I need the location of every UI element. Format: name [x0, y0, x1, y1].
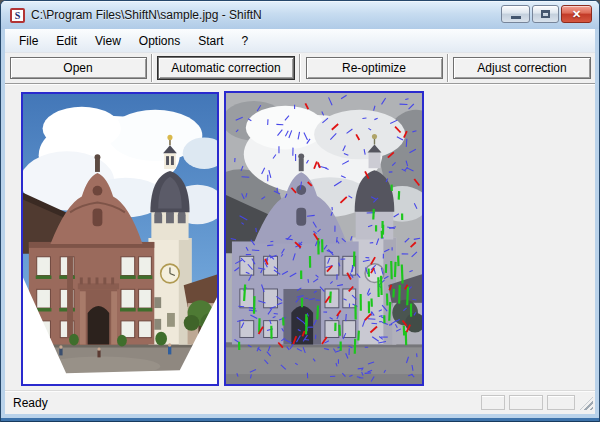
resize-grip-icon[interactable] — [580, 397, 593, 410]
re-optimize-button[interactable]: Re-optimize — [306, 57, 443, 79]
toolbar-cell: Open — [5, 53, 151, 83]
image-workspace — [5, 83, 595, 390]
menu-edit[interactable]: Edit — [47, 31, 86, 51]
window-title: C:\Program Files\ShiftN\sample.jpg - Shi… — [31, 8, 262, 22]
close-button[interactable]: ✕ — [561, 5, 592, 23]
window-bottom-border — [1, 414, 599, 422]
status-pane — [547, 395, 575, 410]
corrected-image-panel[interactable] — [21, 92, 219, 386]
minimize-icon — [511, 16, 521, 19]
close-icon: ✕ — [572, 9, 581, 20]
menubar: File Edit View Options Start ? — [5, 29, 595, 53]
status-message: Ready — [13, 396, 48, 410]
minimize-button[interactable] — [501, 5, 530, 23]
app-icon: S — [10, 8, 25, 23]
analysis-image-panel[interactable] — [224, 91, 424, 386]
menu-start[interactable]: Start — [189, 31, 232, 51]
corrected-photo — [23, 94, 217, 384]
maximize-icon — [541, 10, 550, 18]
toolbar-cell: Automatic correction — [153, 53, 299, 83]
status-pane — [481, 395, 505, 410]
statusbar: Ready — [5, 390, 595, 414]
titlebar[interactable]: S C:\Program Files\ShiftN\sample.jpg - S… — [1, 1, 599, 29]
status-pane — [509, 395, 543, 410]
toolbar-cell: Re-optimize — [301, 53, 447, 83]
menu-help[interactable]: ? — [233, 31, 258, 51]
client-area: File Edit View Options Start ? Open Auto… — [5, 29, 595, 414]
toolbar-cell: Adjust correction — [449, 53, 595, 83]
automatic-correction-button[interactable]: Automatic correction — [158, 57, 294, 79]
open-button[interactable]: Open — [10, 57, 147, 79]
window-controls: ✕ — [501, 5, 592, 23]
toolbar: Open Automatic correction Re-optimize Ad… — [5, 53, 595, 83]
adjust-correction-button[interactable]: Adjust correction — [453, 57, 591, 79]
menu-options[interactable]: Options — [130, 31, 189, 51]
menu-file[interactable]: File — [10, 31, 47, 51]
analysis-photo — [226, 93, 422, 384]
maximize-button[interactable] — [532, 5, 559, 23]
shiftn-window: S C:\Program Files\ShiftN\sample.jpg - S… — [0, 0, 600, 422]
menu-view[interactable]: View — [86, 31, 130, 51]
